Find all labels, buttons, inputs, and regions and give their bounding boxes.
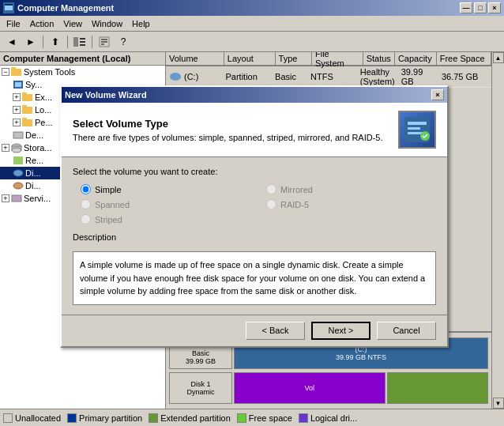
svg-rect-32 [408, 127, 420, 130]
description-box: A simple volume is made up of free space… [73, 251, 436, 305]
dialog-close-button[interactable]: × [431, 89, 444, 100]
radio-mirrored-label: Mirrored [280, 185, 313, 194]
description-label: Description [73, 232, 436, 242]
back-button[interactable]: < Back [246, 322, 305, 340]
dialog-prompt: Select the volume you want to create: [73, 167, 436, 176]
dialog-header-subtitle: There are five types of volumes: simple,… [73, 133, 398, 142]
cancel-button[interactable]: Cancel [377, 322, 436, 340]
radio-striped-label: Striped [95, 215, 122, 224]
svg-rect-31 [408, 122, 427, 125]
dialog-footer: < Back Next > Cancel [62, 315, 447, 346]
dialog-header-text: Select Volume Type There are five types … [73, 118, 398, 142]
dialog-header: Select Volume Type There are five types … [62, 103, 447, 157]
radio-striped-input[interactable] [81, 214, 91, 224]
radio-simple: Simple [81, 184, 250, 194]
radio-spanned-input[interactable] [81, 199, 91, 209]
radio-raid5: RAID-5 [266, 199, 436, 209]
radio-raid5-label: RAID-5 [280, 200, 309, 209]
radio-mirrored: Mirrored [266, 184, 436, 194]
new-volume-wizard-dialog: New Volume Wizard × Select Volume Type T… [60, 85, 449, 348]
dialog-title: New Volume Wizard [65, 90, 147, 100]
dialog-overlay: New Volume Wizard × Select Volume Type T… [0, 0, 504, 426]
radio-spanned-label: Spanned [95, 200, 130, 209]
radio-group: Simple Mirrored Spanned RAID-5 Striped [81, 184, 436, 224]
radio-striped: Striped [81, 214, 250, 224]
dialog-body: Select the volume you want to create: Si… [62, 157, 447, 315]
radio-raid5-input[interactable] [266, 199, 276, 209]
next-button[interactable]: Next > [311, 322, 370, 340]
radio-spanned: Spanned [81, 199, 250, 209]
radio-simple-input[interactable] [81, 184, 91, 194]
description-text: A simple volume is made up of free space… [80, 260, 425, 296]
wizard-icon [398, 111, 436, 149]
radio-mirrored-input[interactable] [266, 184, 276, 194]
dialog-title-bar: New Volume Wizard × [62, 87, 447, 103]
radio-simple-label[interactable]: Simple [95, 185, 122, 194]
dialog-header-title: Select Volume Type [73, 118, 398, 130]
